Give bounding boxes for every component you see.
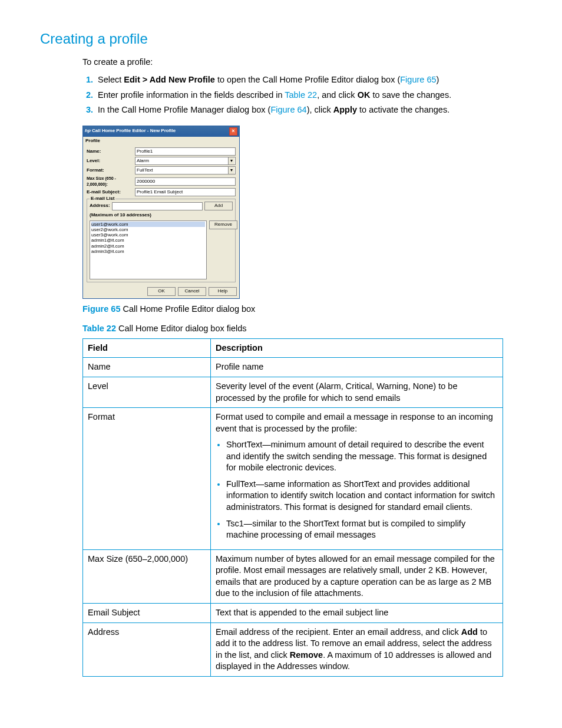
level-select[interactable]: Alarm (135, 157, 236, 165)
list-item[interactable]: user3@work.com (91, 232, 205, 238)
table-row: Email Subject Text that is appended to t… (83, 603, 503, 622)
cancel-button[interactable]: Cancel (178, 287, 206, 296)
table-row: Address Email address of the recipient. … (83, 622, 503, 676)
profile-menu[interactable]: Profile (83, 137, 239, 146)
list-item[interactable]: admin1@it.com (91, 238, 205, 243)
maxsize-label: Max Size (650 - 2,000,000): (87, 176, 135, 187)
email-list[interactable]: user1@work.com user2@work.com user3@work… (90, 220, 207, 279)
fields-table: Field Description Name Profile name Leve… (82, 338, 503, 677)
help-button[interactable]: Help (209, 287, 237, 296)
table-row: Name Profile name (83, 358, 503, 377)
figure-65-link[interactable]: Figure 65 (400, 75, 436, 84)
intro-text: To create a profile: (82, 57, 503, 68)
table-row: Level Severity level of the event (Alarm… (83, 377, 503, 407)
list-item[interactable]: user1@work.com (91, 222, 205, 227)
list-item[interactable]: user2@work.com (91, 227, 205, 232)
close-icon[interactable]: × (229, 127, 237, 136)
level-label: Level: (87, 158, 135, 164)
step-1: Select Edit > Add New Profile to open th… (95, 74, 503, 86)
table-22-link[interactable]: Table 22 (285, 90, 317, 100)
maxsize-input[interactable]: 2000000 (135, 177, 236, 186)
table-header-field: Field (83, 338, 211, 358)
list-item[interactable]: admin2@it.com (91, 243, 205, 249)
format-select[interactable]: FullText (135, 166, 236, 174)
ok-button[interactable]: OK (147, 287, 176, 296)
profile-editor-dialog: hp Call Home Profile Editor - New Profil… (82, 126, 240, 299)
table-row: Format Format used to compile and email … (83, 408, 503, 550)
address-input[interactable] (112, 202, 203, 210)
figure-caption: Figure 65 Call Home Profile Editor dialo… (82, 304, 503, 315)
add-button[interactable]: Add (204, 202, 233, 210)
section-heading: Creating a profile (40, 29, 503, 48)
email-list-group: E-mail List (90, 196, 115, 202)
name-input[interactable]: Profile1 (135, 147, 236, 156)
address-label: Address: (90, 203, 110, 209)
dialog-title: hp Call Home Profile Editor - New Profil… (85, 128, 176, 134)
table-caption: Table 22 Call Home Editor dialog box fie… (82, 323, 503, 335)
format-label: Format: (87, 167, 135, 174)
subject-input[interactable]: Profile1 Email Subject (135, 188, 236, 196)
table-header-description: Description (211, 338, 503, 358)
subject-label: E-mail Subject: (87, 189, 135, 196)
max-addresses-note: (Maximum of 10 addresses) (90, 212, 233, 219)
step-3: In the Call Home Profile Manager dialog … (95, 104, 503, 116)
figure-64-link[interactable]: Figure 64 (270, 105, 306, 114)
remove-button[interactable]: Remove (209, 220, 237, 229)
steps-list: Select Edit > Add New Profile to open th… (82, 74, 503, 116)
step-2: Enter profile information in the fields … (95, 90, 503, 101)
table-row: Max Size (650–2,000,000) Maximum number … (83, 549, 503, 603)
list-item[interactable]: admin3@it.com (91, 249, 205, 254)
name-label: Name: (87, 149, 135, 155)
